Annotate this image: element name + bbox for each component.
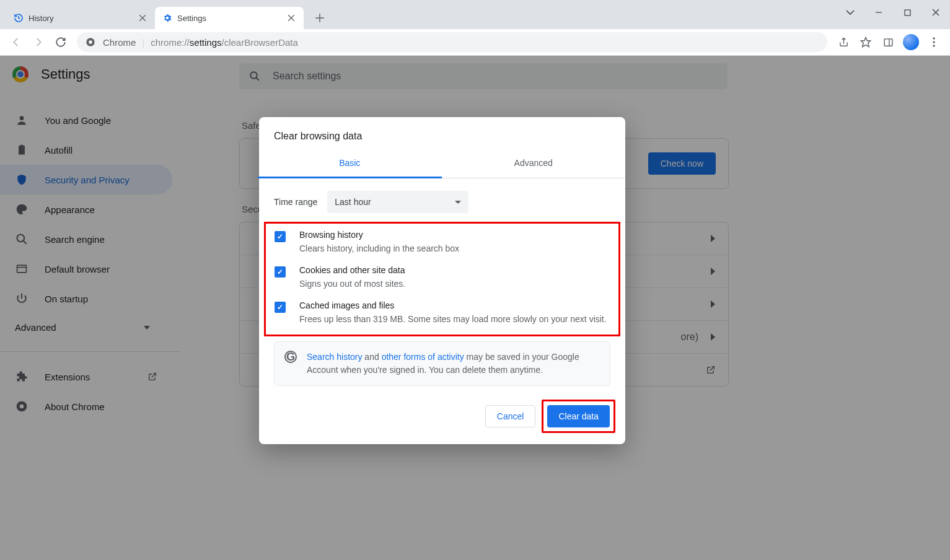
tab-settings[interactable]: Settings [155, 7, 304, 29]
checkbox-desc: Signs you out of most sites. [299, 278, 405, 291]
tab-strip: History Settings [0, 0, 950, 29]
share-button[interactable] [833, 32, 853, 52]
history-icon [14, 13, 24, 23]
url-strong: settings [190, 37, 222, 48]
time-range-label: Time range [274, 197, 317, 207]
tab-title: History [29, 14, 53, 23]
menu-button[interactable] [924, 32, 944, 52]
checkbox-highlight-box: ✓ Browsing history Clears history, inclu… [264, 222, 620, 336]
reload-button[interactable] [51, 32, 71, 52]
dialog-title: Clear browsing data [259, 117, 625, 149]
clear-browsing-data-dialog: Clear browsing data Basic Advanced Time … [259, 117, 625, 444]
dialog-actions: Cancel Clear data [259, 396, 625, 437]
svg-rect-7 [905, 10, 910, 15]
svg-marker-38 [455, 201, 461, 204]
search-history-link[interactable]: Search history [307, 352, 362, 362]
clear-data-highlight-box: Clear data [542, 400, 615, 433]
svg-point-11 [89, 40, 92, 43]
tab-history[interactable]: History [6, 7, 155, 29]
tab-search-button[interactable] [836, 0, 864, 25]
url-suffix: /clearBrowserData [222, 37, 298, 48]
checkbox-row-cached[interactable]: ✓ Cached images and files Frees up less … [272, 295, 612, 331]
new-tab-button[interactable] [311, 9, 328, 27]
close-icon[interactable] [138, 13, 147, 23]
close-window-button[interactable] [921, 0, 950, 25]
address-bar[interactable]: Chrome | chrome://settings/clearBrowserD… [77, 32, 827, 52]
checkbox-title: Browsing history [299, 230, 459, 240]
toolbar: Chrome | chrome://settings/clearBrowserD… [0, 29, 950, 56]
checkbox-row-browsing-history[interactable]: ✓ Browsing history Clears history, inclu… [272, 227, 612, 260]
gear-icon [162, 13, 172, 23]
checkbox-title: Cached images and files [299, 300, 607, 310]
google-icon: G [284, 351, 297, 363]
minimize-button[interactable] [864, 0, 893, 25]
svg-marker-13 [861, 38, 871, 47]
sidepanel-button[interactable] [878, 32, 898, 52]
checkbox-checked-icon[interactable]: ✓ [275, 302, 286, 313]
chevron-down-icon [455, 201, 461, 204]
time-range-dropdown[interactable]: Last hour [327, 191, 468, 213]
cancel-button[interactable]: Cancel [485, 405, 536, 427]
svg-point-16 [933, 37, 935, 39]
checkbox-row-cookies[interactable]: ✓ Cookies and other site data Signs you … [272, 260, 612, 295]
dialog-tabs: Basic Advanced [258, 149, 625, 178]
time-range-value: Last hour [335, 197, 371, 207]
back-button[interactable] [6, 32, 26, 52]
svg-point-18 [933, 45, 935, 46]
forward-button[interactable] [29, 32, 48, 52]
info-box: G Search history and other forms of acti… [274, 341, 610, 386]
time-range-row: Time range Last hour [259, 178, 625, 219]
checkbox-desc: Frees up less than 319 MB. Some sites ma… [299, 313, 607, 326]
window-controls [836, 0, 950, 25]
url-prefix: chrome:// [151, 37, 190, 48]
svg-rect-14 [884, 38, 892, 45]
chrome-icon [86, 37, 95, 47]
bookmark-button[interactable] [856, 32, 876, 52]
checkbox-checked-icon[interactable]: ✓ [275, 266, 286, 278]
svg-point-17 [933, 41, 935, 43]
browser-chrome: History Settings [0, 0, 950, 56]
other-activity-link[interactable]: other forms of activity [382, 352, 464, 362]
close-icon[interactable] [286, 13, 296, 23]
tab-basic[interactable]: Basic [258, 149, 442, 178]
checkbox-checked-icon[interactable]: ✓ [275, 231, 286, 242]
clear-data-button[interactable]: Clear data [547, 405, 610, 427]
omnibox-label: Chrome [103, 37, 136, 48]
checkbox-desc: Clears history, including in the search … [299, 242, 459, 255]
checkbox-title: Cookies and other site data [299, 265, 405, 275]
profile-avatar[interactable] [903, 34, 919, 50]
maximize-button[interactable] [893, 0, 921, 25]
tab-title: Settings [177, 14, 206, 23]
tab-advanced[interactable]: Advanced [442, 149, 626, 178]
